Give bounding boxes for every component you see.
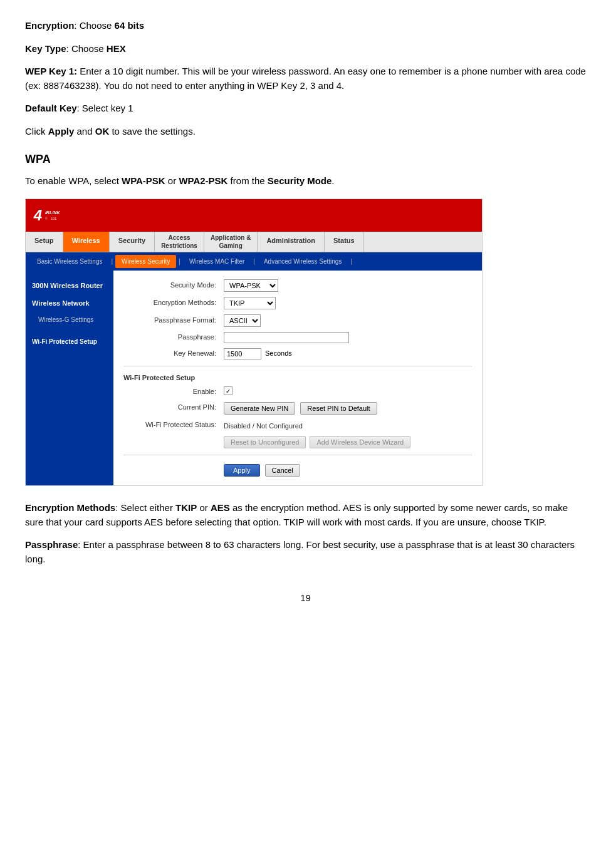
passphrase-format-label: Passphrase Format: — [123, 315, 224, 326]
security-mode-control[interactable]: WPA-PSK WPA2-PSK WEP Disabled — [224, 279, 278, 292]
wps-status-control: Disabled / Not Configured — [224, 420, 303, 431]
para-passphrase: Passphrase: Enter a passphrase between 8… — [25, 538, 586, 566]
encryption-methods-label: Encryption Methods: — [123, 297, 224, 308]
form-footer-buttons[interactable]: Apply Cancel — [123, 464, 472, 477]
encryption-methods-row: Encryption Methods: TKIP AES TKIP+AES — [123, 297, 472, 309]
key-renewal-label: Key Renewal: — [123, 348, 224, 359]
nav-wireless[interactable]: Wireless — [63, 232, 110, 252]
wps-status-row: Wi-Fi Protected Status: Disabled / Not C… — [123, 420, 472, 431]
subnav-wireless-mac[interactable]: Wireless MAC Filter — [183, 255, 251, 268]
key-renewal-unit: Seconds — [265, 348, 292, 359]
encryption-methods-control[interactable]: TKIP AES TKIP+AES — [224, 297, 276, 309]
wps-enable-control[interactable]: ✓ — [224, 386, 232, 395]
generate-pin-button[interactable]: Generate New PIN — [224, 402, 295, 415]
router-body: 300N Wireless Router Wireless Network Wi… — [26, 271, 482, 486]
subnav-sep1: | — [111, 257, 113, 266]
wps-pin-row: Current PIN: Generate New PIN Reset PIN … — [123, 402, 472, 415]
para-apply: Click Apply and OK to save the settings. — [25, 125, 586, 139]
passphrase-input[interactable] — [224, 332, 349, 343]
encryption-methods-select[interactable]: TKIP AES TKIP+AES — [224, 297, 276, 309]
cancel-button[interactable]: Cancel — [265, 464, 300, 477]
para-defaultkey: Default Key: Select key 1 — [25, 101, 586, 116]
para-keytype: Key Type: Choose HEX — [25, 42, 586, 56]
para-encryption: Encryption: Choose 64 bits — [25, 19, 586, 33]
airlink-logo-icon: 4 IRLINK ® 101 — [32, 203, 66, 228]
wps-pin-control[interactable]: Generate New PIN Reset PIN to Default — [224, 402, 377, 415]
top-content: Encryption: Choose 64 bits Key Type: Cho… — [25, 19, 586, 138]
key-renewal-row: Key Renewal: Seconds — [123, 348, 472, 359]
passphrase-row: Passphrase: — [123, 332, 472, 343]
reset-pin-button[interactable]: Reset PIN to Default — [300, 402, 377, 415]
security-mode-label: Security Mode: — [123, 280, 224, 291]
passphrase-control[interactable] — [224, 332, 349, 343]
svg-text:IRLINK: IRLINK — [45, 210, 61, 215]
key-renewal-control[interactable]: Seconds — [224, 348, 292, 359]
subnav-sep3: | — [253, 257, 255, 266]
nav-access-restrictions[interactable]: AccessRestrictions — [155, 232, 204, 252]
subnav-sep2: | — [179, 257, 180, 266]
passphrase-format-select[interactable]: ASCII HEX — [224, 314, 261, 327]
svg-text:®: ® — [45, 216, 48, 220]
divider1 — [123, 366, 472, 366]
wps-status-value: Disabled / Not Configured — [224, 420, 303, 431]
wpa-heading: WPA — [25, 151, 586, 168]
router-nav[interactable]: Setup Wireless Security AccessRestrictio… — [26, 232, 482, 252]
svg-text:4: 4 — [33, 206, 43, 223]
wps-action-row: Reset to Unconfigured Add Wireless Devic… — [123, 436, 472, 448]
router-model-name: 300N Wireless Router — [26, 277, 113, 295]
para-wepkey1: WEP Key 1: Enter a 10 digit number. This… — [25, 65, 586, 93]
wps-enable-row: Enable: ✓ — [123, 386, 472, 397]
router-subnav[interactable]: Basic Wireless Settings | Wireless Secur… — [26, 252, 482, 271]
wps-section-heading: Wi-Fi Protected Setup — [123, 373, 472, 383]
nav-security[interactable]: Security — [110, 232, 155, 252]
para-encryption-methods: Encryption Methods: Select either TKIP o… — [25, 501, 586, 529]
key-renewal-input[interactable] — [224, 348, 261, 359]
passphrase-format-control[interactable]: ASCII HEX — [224, 314, 261, 327]
router-main-content: Security Mode: WPA-PSK WPA2-PSK WEP Disa… — [113, 271, 482, 486]
wps-enable-checkbox[interactable]: ✓ — [224, 386, 232, 395]
router-sidebar: 300N Wireless Router Wireless Network Wi… — [26, 271, 113, 486]
sidebar-wireless-network: Wireless Network — [26, 294, 113, 313]
sidebar-wps-section: Wi-Fi Protected Setup — [26, 333, 113, 350]
bottom-content: Encryption Methods: Select either TKIP o… — [25, 501, 586, 566]
security-mode-select[interactable]: WPA-PSK WPA2-PSK WEP Disabled — [224, 279, 278, 292]
subnav-wireless-security[interactable]: Wireless Security — [115, 255, 176, 268]
wps-pin-label: Current PIN: — [123, 402, 224, 413]
wpa-intro: To enable WPA, select WPA-PSK or WPA2-PS… — [25, 174, 586, 189]
wps-status-label: Wi-Fi Protected Status: — [123, 420, 224, 430]
svg-text:101: 101 — [51, 216, 56, 220]
nav-administration[interactable]: Administration — [258, 232, 325, 252]
wps-action-buttons[interactable]: Reset to Unconfigured Add Wireless Devic… — [224, 436, 410, 448]
nav-setup[interactable]: Setup — [26, 232, 63, 252]
wps-enable-label: Enable: — [123, 386, 224, 397]
subnav-sep4: | — [350, 257, 352, 266]
apply-button[interactable]: Apply — [224, 464, 260, 477]
sidebar-wireless-g-settings[interactable]: Wireless-G Settings — [26, 313, 113, 327]
nav-application-gaming[interactable]: Application &Gaming — [204, 232, 258, 252]
passphrase-format-row: Passphrase Format: ASCII HEX — [123, 314, 472, 327]
router-screenshot: 4 IRLINK ® 101 Setup Wireless Security A… — [25, 199, 483, 487]
security-mode-row: Security Mode: WPA-PSK WPA2-PSK WEP Disa… — [123, 279, 472, 292]
router-header: 4 IRLINK ® 101 — [26, 199, 482, 232]
divider2 — [123, 455, 472, 455]
page-number: 19 — [25, 591, 586, 606]
subnav-advanced-wireless[interactable]: Advanced Wireless Settings — [258, 255, 348, 268]
reset-unconfigured-button[interactable]: Reset to Unconfigured — [224, 436, 306, 448]
router-logo: 4 IRLINK ® 101 — [32, 203, 66, 228]
subnav-basic-wireless[interactable]: Basic Wireless Settings — [31, 255, 108, 268]
passphrase-label: Passphrase: — [123, 332, 224, 343]
add-wireless-wizard-button[interactable]: Add Wireless Device Wizard — [310, 436, 410, 448]
nav-status[interactable]: Status — [325, 232, 364, 252]
